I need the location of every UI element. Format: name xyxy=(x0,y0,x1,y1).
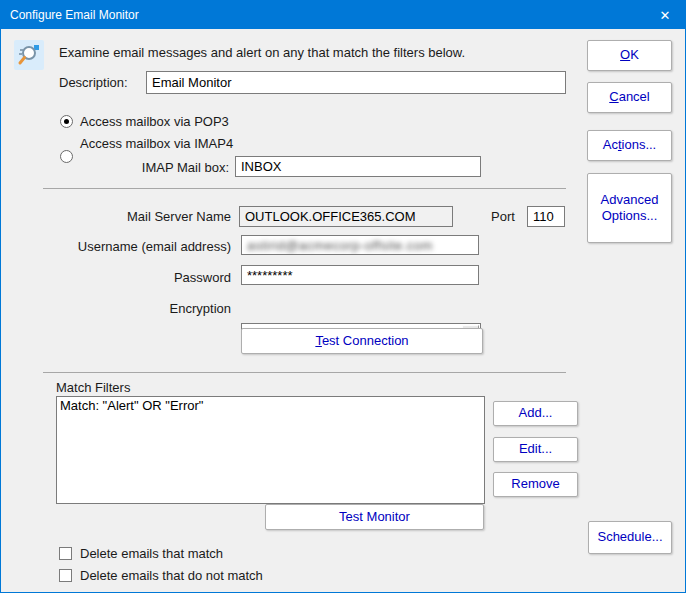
mail-server-input[interactable]: OUTLOOK.OFFICE365.COM xyxy=(239,206,453,227)
advanced-options-button[interactable]: Advanced Options... xyxy=(587,173,672,243)
match-filters-label: Match Filters xyxy=(56,380,130,395)
test-connection-button[interactable]: Test Connection xyxy=(241,328,483,354)
password-value: ********* xyxy=(247,268,293,283)
actions-button[interactable]: Actions... xyxy=(587,130,672,161)
pop3-radio[interactable] xyxy=(60,115,73,128)
close-button[interactable]: ✕ xyxy=(645,1,685,29)
delete-match-label[interactable]: Delete emails that match xyxy=(80,546,223,561)
description-input[interactable]: Email Monitor xyxy=(146,71,566,94)
username-input[interactable]: astirid@acmecorp-offsite.com xyxy=(241,235,479,255)
port-label: Port xyxy=(491,209,515,224)
divider-top xyxy=(43,188,566,189)
username-value-redacted: astirid@acmecorp-offsite.com xyxy=(247,238,433,253)
list-item[interactable]: Match: "Alert" OR "Error" xyxy=(57,397,484,414)
mail-server-label: Mail Server Name xyxy=(41,209,231,224)
remove-button[interactable]: Remove xyxy=(493,472,578,497)
imap-mailbox-input[interactable]: INBOX xyxy=(235,156,481,177)
username-label: Username (email address) xyxy=(41,239,231,254)
password-input[interactable]: ********* xyxy=(241,265,479,285)
delete-no-match-label[interactable]: Delete emails that do not match xyxy=(80,568,263,583)
delete-match-checkbox[interactable] xyxy=(59,547,72,560)
add-button[interactable]: Add... xyxy=(493,401,578,426)
port-input[interactable]: 110 xyxy=(527,206,565,227)
match-filters-list[interactable]: Match: "Alert" OR "Error" xyxy=(56,396,485,504)
pop3-radio-label[interactable]: Access mailbox via POP3 xyxy=(80,114,229,129)
description-value: Email Monitor xyxy=(152,75,231,90)
imap-mailbox-label: IMAP Mail box: xyxy=(41,160,229,175)
delete-no-match-checkbox[interactable] xyxy=(59,569,72,582)
edit-button[interactable]: Edit... xyxy=(493,437,578,462)
password-label: Password xyxy=(41,270,231,285)
cancel-button[interactable]: Cancel xyxy=(587,82,672,113)
port-value: 110 xyxy=(533,209,554,224)
divider-bottom xyxy=(43,372,566,373)
close-icon: ✕ xyxy=(660,8,671,23)
ok-button[interactable]: OK xyxy=(587,40,672,71)
schedule-button[interactable]: Schedule... xyxy=(588,521,672,554)
description-label: Description: xyxy=(59,75,128,90)
configure-email-monitor-dialog: Configure Email Monitor ✕ Examine email … xyxy=(0,0,686,593)
encryption-label: Encryption xyxy=(41,301,231,316)
window-title: Configure Email Monitor xyxy=(1,8,645,22)
imap-mailbox-value: INBOX xyxy=(241,159,281,174)
titlebar: Configure Email Monitor ✕ xyxy=(1,1,685,29)
monitor-icon xyxy=(14,40,44,70)
mail-server-value: OUTLOOK.OFFICE365.COM xyxy=(245,209,415,224)
magnifier-icon xyxy=(16,42,42,68)
instruction-text: Examine email messages and alert on any … xyxy=(59,45,465,60)
imap4-radio-label[interactable]: Access mailbox via IMAP4 xyxy=(80,136,233,151)
test-monitor-button[interactable]: Test Monitor xyxy=(265,504,484,530)
